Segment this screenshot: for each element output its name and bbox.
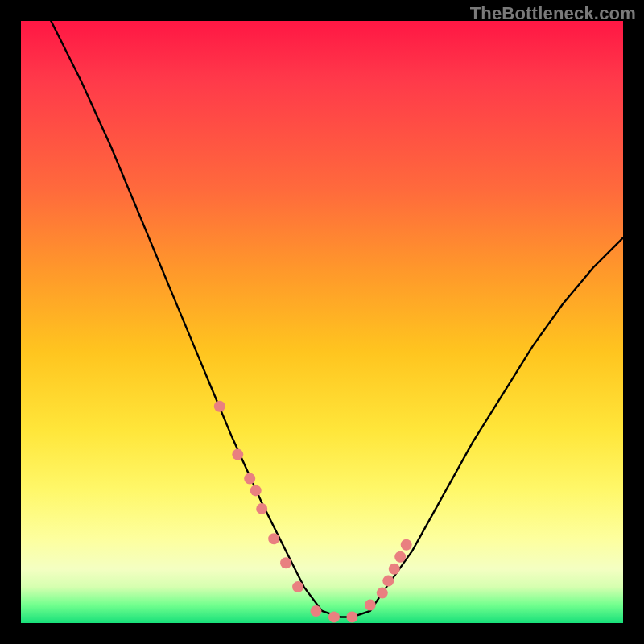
scatter-dot [311, 605, 322, 617]
scatter-dot [365, 600, 376, 611]
outer-frame: TheBottleneck.com [0, 0, 644, 644]
scatter-dot [256, 503, 267, 514]
scatter-dot [401, 539, 412, 551]
scatter-dot [389, 564, 400, 575]
bottleneck-curve [21, 21, 623, 617]
scatter-dot [394, 551, 406, 563]
scatter-dot [346, 612, 357, 623]
scatter-dots [214, 401, 412, 623]
scatter-dot [244, 473, 255, 485]
scatter-dot [232, 449, 243, 460]
scatter-dot [214, 401, 225, 412]
scatter-dot [280, 557, 291, 568]
scatter-dot [250, 485, 262, 496]
scatter-dot [292, 581, 303, 592]
scatter-dot [268, 533, 279, 544]
scatter-dot [382, 576, 394, 587]
chart-svg [21, 21, 623, 623]
plot-area [21, 21, 623, 623]
scatter-dot [328, 612, 340, 623]
scatter-dot [377, 588, 388, 599]
